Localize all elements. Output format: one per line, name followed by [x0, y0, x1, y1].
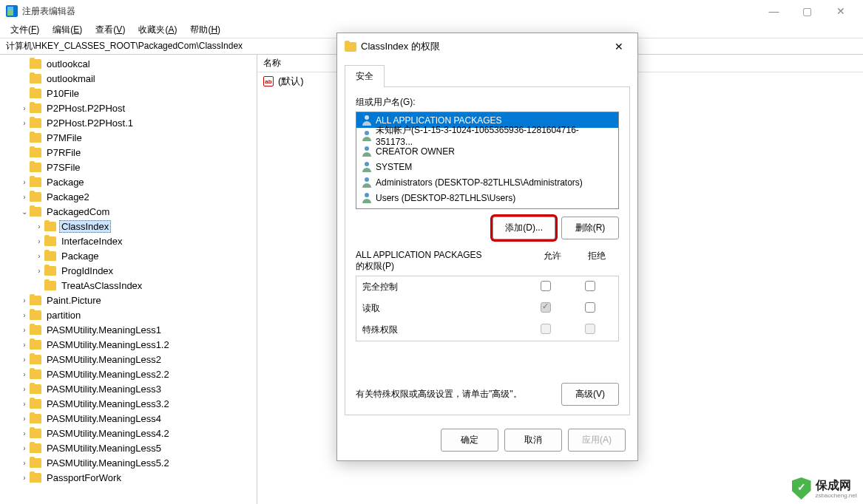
tree-item[interactable]: ›Package	[0, 248, 257, 263]
tree-item[interactable]: ›Package	[0, 174, 257, 189]
tree-item[interactable]: ›PASMUtility.MeaningLess4.2	[0, 426, 257, 440]
menu-item-0[interactable]: 文件(F)	[4, 22, 45, 38]
cancel-button[interactable]: 取消	[504, 429, 562, 452]
tree-item-label: PASMUtility.MeaningLess4.2	[44, 427, 172, 440]
checkbox-deny[interactable]	[585, 302, 595, 313]
tree-item[interactable]: P7MFile	[0, 130, 257, 145]
chevron-right-icon[interactable]: ›	[19, 400, 30, 408]
dialog-title-bar: ClassIndex 的权限 ✕	[337, 33, 637, 60]
tab-security[interactable]: 安全	[345, 65, 385, 87]
tree-item[interactable]: ⌄PackagedCom	[0, 204, 257, 219]
permissions-for-label: ALL APPLICATION PACKAGES 的权限(P)	[356, 250, 530, 273]
chevron-right-icon[interactable]: ›	[19, 385, 30, 393]
tree-item[interactable]: ›Paint.Picture	[0, 293, 257, 307]
tree-item-label: InterfaceIndex	[59, 235, 124, 248]
tree-item[interactable]: outlookmail	[0, 71, 257, 86]
tree-item[interactable]: ›ProgIdIndex	[0, 263, 257, 278]
menu-item-3[interactable]: 收藏夹(A)	[132, 22, 183, 38]
chevron-right-icon[interactable]: ›	[19, 326, 30, 334]
tree-item[interactable]: P10File	[0, 86, 257, 101]
checkbox-allow[interactable]	[541, 281, 551, 291]
checkbox-deny[interactable]	[585, 281, 595, 291]
tree-item-label: P2PHost.P2PHost.1	[44, 117, 135, 129]
watermark-name: 保成网	[816, 479, 851, 491]
chevron-right-icon[interactable]: ›	[34, 237, 44, 245]
tree-item[interactable]: ›InterfaceIndex	[0, 234, 257, 248]
group-item[interactable]: 未知帐户(S-1-15-3-1024-1065365936-1281604716…	[356, 128, 618, 143]
apply-button[interactable]: 应用(A)	[568, 429, 626, 452]
watermark-url: zsbaocheng.net	[816, 492, 858, 499]
tree-item[interactable]: ›PASMUtility.MeaningLess3	[0, 381, 257, 396]
tree-item[interactable]: ›PASMUtility.MeaningLess1.2	[0, 337, 257, 352]
chevron-down-icon[interactable]: ⌄	[19, 208, 30, 216]
folder-icon	[30, 340, 41, 350]
tree-item[interactable]: ›PassportForWork	[0, 470, 257, 485]
chevron-right-icon[interactable]: ›	[34, 222, 44, 231]
menu-item-2[interactable]: 查看(V)	[89, 22, 131, 38]
chevron-right-icon[interactable]: ›	[19, 444, 30, 452]
folder-icon	[30, 443, 41, 453]
tree-item[interactable]: ›P2PHost.P2PHost.1	[0, 115, 257, 130]
folder-icon	[30, 296, 41, 305]
chevron-right-icon[interactable]: ›	[19, 355, 30, 364]
advanced-button[interactable]: 高级(V)	[561, 383, 619, 406]
chevron-right-icon[interactable]: ›	[19, 119, 30, 127]
deny-header: 拒绝	[575, 250, 619, 273]
tree-item-label: P10File	[44, 87, 81, 100]
group-item[interactable]: Administrators (DESKTOP-82TLHLS\Administ…	[356, 174, 618, 190]
chevron-right-icon[interactable]: ›	[19, 178, 30, 186]
tree-item[interactable]: ›PASMUtility.MeaningLess5.2	[0, 455, 257, 470]
chevron-right-icon[interactable]: ›	[19, 459, 30, 467]
tree-item[interactable]: ›PASMUtility.MeaningLess3.2	[0, 396, 257, 411]
folder-icon	[30, 89, 41, 98]
tree-item[interactable]: P7SFile	[0, 160, 257, 174]
chevron-right-icon[interactable]: ›	[34, 252, 44, 260]
chevron-right-icon[interactable]: ›	[19, 311, 30, 319]
menu-item-1[interactable]: 编辑(E)	[47, 22, 88, 38]
group-item[interactable]: Users (DESKTOP-82TLHLS\Users)	[356, 190, 618, 205]
folder-icon	[44, 236, 56, 246]
tree-item[interactable]: ›Package2	[0, 189, 257, 204]
tree-item[interactable]: ›PASMUtility.MeaningLess2.2	[0, 367, 257, 381]
dialog-close-button[interactable]: ✕	[608, 41, 630, 52]
chevron-right-icon[interactable]: ›	[19, 415, 30, 423]
tree-item-label: PASMUtility.MeaningLess2.2	[44, 368, 172, 381]
chevron-right-icon[interactable]: ›	[19, 370, 30, 378]
chevron-right-icon[interactable]: ›	[34, 267, 44, 275]
menu-item-4[interactable]: 帮助(H)	[184, 22, 226, 38]
permission-row: 特殊权限	[356, 319, 618, 341]
tree-item[interactable]: ›ClassIndex	[0, 219, 257, 234]
chevron-right-icon[interactable]: ›	[19, 193, 30, 201]
permissions-dialog: ClassIndex 的权限 ✕ 安全 组或用户名(G): ALL APPLIC…	[336, 33, 638, 461]
tree-item[interactable]: ›PASMUtility.MeaningLess2	[0, 352, 257, 367]
tree-item[interactable]: outlookcal	[0, 56, 257, 71]
ok-button[interactable]: 确定	[441, 429, 498, 452]
folder-icon	[44, 222, 56, 231]
tree-item[interactable]: ›PASMUtility.MeaningLess4	[0, 411, 257, 426]
add-button[interactable]: 添加(D)...	[493, 217, 555, 239]
group-users-list[interactable]: ALL APPLICATION PACKAGES未知帐户(S-1-15-3-10…	[356, 112, 619, 209]
tab-page-security: 组或用户名(G): ALL APPLICATION PACKAGES未知帐户(S…	[345, 86, 630, 415]
folder-icon	[30, 414, 41, 423]
folder-icon	[30, 355, 41, 364]
tree-item[interactable]: ›PASMUtility.MeaningLess1	[0, 322, 257, 337]
folder-icon	[44, 266, 56, 276]
tree-item[interactable]: ›partition	[0, 307, 257, 322]
chevron-right-icon[interactable]: ›	[19, 341, 30, 349]
tree-panel[interactable]: outlookcaloutlookmailP10File›P2PHost.P2P…	[0, 55, 257, 504]
tree-item-label: Package	[59, 250, 101, 262]
minimize-button[interactable]: —	[757, 1, 791, 21]
maximize-button[interactable]: ▢	[791, 1, 824, 21]
close-button[interactable]: ✕	[824, 1, 857, 21]
tree-item[interactable]: P7RFile	[0, 145, 257, 160]
chevron-right-icon[interactable]: ›	[19, 104, 30, 112]
group-item[interactable]: SYSTEM	[356, 159, 618, 174]
chevron-right-icon[interactable]: ›	[19, 474, 30, 482]
remove-button[interactable]: 删除(R)	[561, 217, 619, 239]
chevron-right-icon[interactable]: ›	[19, 296, 30, 304]
tree-item[interactable]: TreatAsClassIndex	[0, 278, 257, 293]
tree-item[interactable]: ›PASMUtility.MeaningLess5	[0, 440, 257, 455]
tree-item[interactable]: ›P2PHost.P2PHost	[0, 101, 257, 115]
tree-item-label: outlookmail	[44, 72, 98, 85]
chevron-right-icon[interactable]: ›	[19, 429, 30, 437]
